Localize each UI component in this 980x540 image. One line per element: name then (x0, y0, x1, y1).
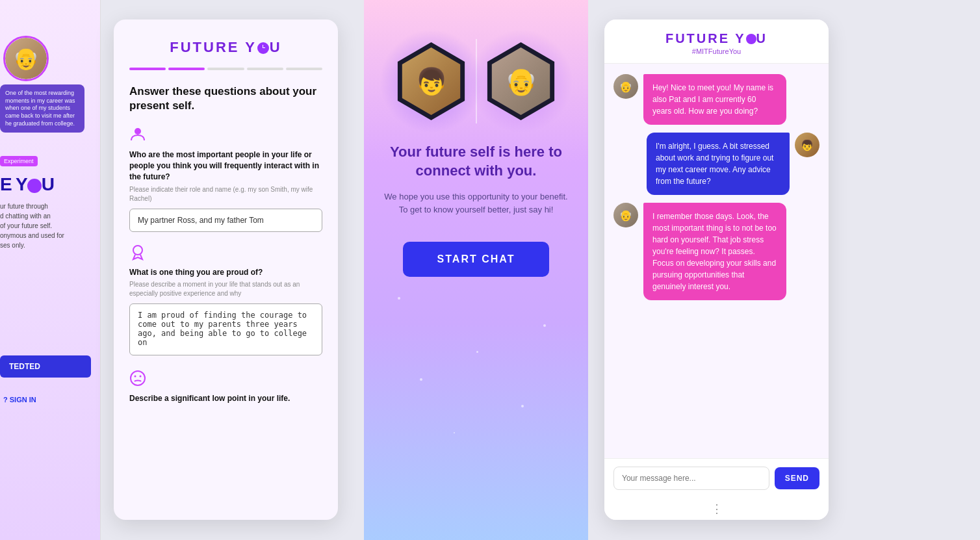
q1-input[interactable] (129, 209, 322, 232)
partial-button[interactable]: TEDTED (0, 355, 91, 378)
face-divider (476, 39, 477, 123)
q2-textarea[interactable]: I am proud of finding the courage to com… (129, 303, 322, 355)
person-icon (129, 126, 146, 143)
progress-seg-4 (247, 68, 283, 70)
questionnaire-heading: Answer these questions about your presen… (129, 84, 322, 113)
svg-point-2 (131, 371, 145, 385)
clock-icon (257, 42, 269, 54)
panel-1-partial: 👴 One of the most rewarding moments in m… (0, 0, 101, 540)
svg-point-0 (135, 128, 141, 135)
q2-label: What is one thing you are proud of? (129, 267, 322, 278)
q1-label: Who are the most important people in you… (129, 149, 322, 182)
avatar-old-face: 👴 (3, 36, 49, 81)
chat-logo: FUTURE YU (620, 31, 813, 46)
svg-point-1 (133, 246, 142, 255)
message-1-row: 👴 Hey! Nice to meet you! My name is also… (613, 74, 819, 125)
old-face-hex: 👴 (482, 42, 560, 120)
msg-bubble-1: Hey! Nice to meet you! My name is also P… (643, 74, 786, 125)
clock-icon-chat (746, 34, 756, 44)
question-3-partial: Describe a significant low point in your… (129, 370, 322, 404)
more-options-icon[interactable]: ⋮ (711, 502, 723, 516)
panel3-content: Your future self is here to connect with… (364, 143, 588, 277)
face-illustration: 👴 (5, 38, 47, 79)
question-1: Who are the most important people in you… (129, 126, 322, 231)
logo-text: FUTURE YU (170, 39, 282, 55)
progress-seg-2 (168, 68, 205, 70)
message-3-row: 👴 I remember those days. Look, the most … (613, 203, 819, 300)
signin-link[interactable]: SIGN IN (10, 396, 36, 404)
sad-face-icon (129, 370, 146, 387)
progress-seg-3 (207, 68, 244, 70)
progress-bar (129, 68, 322, 70)
progress-seg-1 (129, 68, 166, 70)
msg-bubble-3: I remember those days. Look, the most im… (643, 203, 786, 300)
panel3-subtitle: We hope you use this opportunity to your… (383, 190, 569, 216)
progress-seg-5 (286, 68, 322, 70)
chat-input-area: SEND (604, 458, 829, 498)
q3-label: Describe a significant low point in your… (129, 393, 322, 404)
chat-header: FUTURE YU #MITFutureYou (604, 19, 829, 64)
msg-avatar-old-2: 👴 (613, 203, 638, 227)
award-icon (129, 244, 146, 261)
msg-avatar-young-1: 👦 (795, 133, 819, 157)
screen-container: 👴 One of the most rewarding moments in m… (0, 0, 980, 540)
chat-messages-area: 👴 Hey! Nice to meet you! My name is also… (604, 64, 829, 458)
faces-pair: 👦 👴 (364, 39, 588, 123)
hashtag-text: #MITFutureYou (620, 47, 813, 55)
svg-point-4 (140, 376, 142, 378)
start-chat-button[interactable]: START CHAT (403, 242, 549, 277)
msg-bubble-2: I'm alright, I guess. A bit stressed abo… (647, 133, 790, 195)
panel-questionnaire: FUTURE YU Answer these questions about y… (114, 19, 338, 520)
q1-hint: Please indicate their role and name (e.g… (129, 185, 322, 203)
speech-bubble: One of the most rewarding moments in my … (0, 84, 84, 133)
panel2-logo: FUTURE YU (129, 39, 322, 56)
chat-message-input[interactable] (613, 467, 769, 490)
partial-logo: E YU (0, 174, 54, 195)
question-2: What is one thing you are proud of? Plea… (129, 244, 322, 359)
panel-chat: FUTURE YU #MITFutureYou 👴 Hey! Nice to m… (604, 19, 829, 520)
svg-point-3 (135, 376, 136, 378)
chat-footer: ⋮ (604, 498, 829, 520)
q2-hint: Please describe a moment in your life th… (129, 280, 322, 298)
msg-avatar-old-1: 👴 (613, 74, 638, 99)
experiment-tag: Experiment (0, 156, 38, 166)
panel-future-self: 👦 👴 Your future self is here to connect … (364, 0, 588, 540)
partial-signin: ? SIGN IN (3, 396, 36, 404)
young-face-hex: 👦 (393, 42, 471, 120)
panel3-title: Your future self is here to connect with… (383, 143, 569, 180)
partial-body-text: ur future throughd chatting with anof yo… (0, 201, 88, 250)
message-2-row: 👦 I'm alright, I guess. A bit stressed a… (613, 133, 819, 195)
send-button[interactable]: SEND (775, 467, 819, 489)
